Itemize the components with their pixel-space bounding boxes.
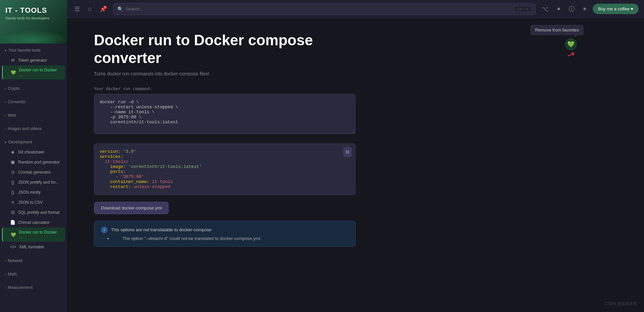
input-label: Your docker run command: xyxy=(94,86,617,91)
math-category[interactable]: › Math xyxy=(0,269,67,279)
favorites-heart-area: 💚 ↗ xyxy=(565,38,577,60)
favorites-category[interactable]: ▾ Your favorite tools xyxy=(0,46,67,55)
web-section: › Web xyxy=(0,109,67,122)
chevron-icon: ▾ xyxy=(5,49,6,52)
main-area: ☰ ⌂ 📌 🔍 Ctrl + K ⌥ ✦ ⓘ ☀ Buy me a coffee… xyxy=(67,0,644,312)
sidebar-item-label: SQL prettify and format xyxy=(18,210,60,215)
sidebar-item-sql[interactable]: ⊟ SQL prettify and format xyxy=(2,207,65,217)
sidebar-item-json-pretty[interactable]: {} JSON prettify and for... xyxy=(2,177,65,187)
network-category[interactable]: › Network xyxy=(0,256,67,265)
sidebar-item-label: Docker run to Docker ... xyxy=(19,68,60,77)
development-category[interactable]: ▾ Development xyxy=(0,137,67,147)
info-box-icon: i xyxy=(101,227,108,233)
crypto-category[interactable]: › Crypto xyxy=(0,84,67,93)
csv-icon: ≡ xyxy=(10,200,15,205)
sidebar: IT - TOOLS Handy tools for developers ▾ … xyxy=(0,0,67,312)
info-box: i This options are not translatable to d… xyxy=(94,221,356,247)
sidebar-item-label: Random port generator xyxy=(18,160,60,165)
yaml-container-key: container_name xyxy=(110,179,147,184)
measurement-section: › Measurement xyxy=(0,281,67,294)
category-label: Images and videos xyxy=(8,126,42,131)
sidebar-item-label: JSON minify xyxy=(18,190,41,195)
crypto-section: › Crypto xyxy=(0,82,67,95)
yaml-services-key: services xyxy=(100,154,120,159)
git-icon: ◈ xyxy=(10,149,15,154)
info-box-item: The option "--detach/-d" could not be tr… xyxy=(112,236,348,241)
info-box-title: This options are not translatable to doc… xyxy=(111,227,211,232)
search-shortcut: Ctrl + K xyxy=(514,6,531,12)
yaml-it-tools-key: it-tools xyxy=(100,159,126,164)
converter-category[interactable]: › Converter xyxy=(0,97,67,107)
pin-button[interactable]: 📌 xyxy=(98,4,109,14)
yaml-port-val: - '3075:80' xyxy=(115,174,144,179)
chevron-icon: › xyxy=(5,100,6,104)
sidebar-item-xml[interactable]: </> XML formatter xyxy=(2,242,65,252)
yaml-restart-key: restart xyxy=(110,184,128,189)
category-label: Crypto xyxy=(8,86,19,91)
token-icon: ⇄ xyxy=(10,58,15,63)
chevron-icon: › xyxy=(5,272,6,276)
port-icon: ▣ xyxy=(10,160,15,165)
images-section: › Images and videos xyxy=(0,122,67,135)
chevron-icon: › xyxy=(5,114,6,117)
menu-button[interactable]: ☰ xyxy=(72,4,82,14)
images-category[interactable]: › Images and videos xyxy=(0,124,67,133)
category-label: Development xyxy=(8,140,32,144)
search-icon: 🔍 xyxy=(117,6,123,12)
github-icon[interactable]: ⌥ xyxy=(540,4,551,14)
search-input[interactable] xyxy=(126,6,512,11)
math-section: › Math xyxy=(0,267,67,281)
theme-toggle[interactable]: ☀ xyxy=(580,4,589,14)
sidebar-item-chmod[interactable]: 📄 Chmod calculator xyxy=(2,217,65,227)
converter-section: › Converter xyxy=(0,95,67,109)
chmod-icon: 📄 xyxy=(10,220,15,225)
sidebar-item-label: Token generator xyxy=(18,58,47,63)
download-button[interactable]: Download docker-compose.yml xyxy=(94,202,169,214)
category-label: Network xyxy=(8,258,22,263)
sidebar-item-json-csv[interactable]: ≡ JSON to CSV xyxy=(2,197,65,207)
sidebar-item-label: Chmod calculator xyxy=(18,220,49,225)
yaml-version-val: '3.9' xyxy=(123,149,136,154)
crontab-icon: ⊙ xyxy=(10,170,15,175)
json-icon: {} xyxy=(10,180,15,185)
home-button[interactable]: ⌂ xyxy=(86,4,94,14)
sidebar-item-label: JSON to CSV xyxy=(18,200,43,205)
category-label: Web xyxy=(8,113,16,118)
sidebar-item-label: Crontab generator xyxy=(18,170,51,175)
measurement-category[interactable]: › Measurement xyxy=(0,283,67,292)
docker-run-input[interactable] xyxy=(94,94,356,134)
sidebar-item-docker-dev[interactable]: 💚 Docker run to Docker ... xyxy=(2,228,65,242)
sidebar-item-git[interactable]: ◈ Git cheatsheet xyxy=(2,147,65,157)
sidebar-item-docker-favorite[interactable]: 💚 Docker run to Docker ... xyxy=(2,65,65,79)
sidebar-item-label: Git cheatsheet xyxy=(18,150,44,154)
chevron-icon: ▾ xyxy=(5,140,6,144)
content-area: Remove from favorites 💚 ↗ Docker run to … xyxy=(67,18,644,312)
topbar: ☰ ⌂ 📌 🔍 Ctrl + K ⌥ ✦ ⓘ ☀ Buy me a coffee… xyxy=(67,0,644,18)
remove-favorites-tooltip: Remove from favorites xyxy=(530,25,584,35)
docker-heart-icon: 💚 xyxy=(11,70,16,75)
sidebar-item-token-generator[interactable]: ⇄ Token generator xyxy=(2,55,65,65)
chevron-icon: › xyxy=(5,286,6,290)
sidebar-item-label: XML formatter xyxy=(19,245,45,249)
twitter-icon[interactable]: ✦ xyxy=(554,4,563,14)
yaml-restart-val: unless-stopped xyxy=(133,184,170,189)
sidebar-item-json-minify[interactable]: {} JSON minify xyxy=(2,187,65,197)
json-minify-icon: {} xyxy=(10,190,15,195)
web-category[interactable]: › Web xyxy=(0,111,67,120)
chevron-icon: › xyxy=(5,127,6,131)
favorites-label: Your favorite tools xyxy=(8,48,41,53)
info-icon[interactable]: ⓘ xyxy=(567,4,577,14)
buy-coffee-button[interactable]: Buy me a coffee ♥ xyxy=(593,4,639,14)
search-bar: 🔍 Ctrl + K xyxy=(113,3,536,15)
copy-button[interactable]: ⧉ xyxy=(343,147,352,157)
sidebar-item-label: JSON prettify and for... xyxy=(18,180,59,185)
yaml-container-val: it-tools xyxy=(152,179,173,184)
page-title: Docker run to Docker compose converter xyxy=(94,32,329,67)
sidebar-item-random-port[interactable]: ▣ Random port generator xyxy=(2,157,65,167)
category-label: Math xyxy=(8,272,17,276)
info-box-header: i This options are not translatable to d… xyxy=(101,227,348,233)
sidebar-logo: IT - TOOLS Handy tools for developers xyxy=(0,0,67,44)
app-title: IT - TOOLS xyxy=(5,6,62,15)
favorites-section: ▾ Your favorite tools ⇄ Token generator … xyxy=(0,44,67,82)
sidebar-item-crontab[interactable]: ⊙ Crontab generator xyxy=(2,167,65,177)
